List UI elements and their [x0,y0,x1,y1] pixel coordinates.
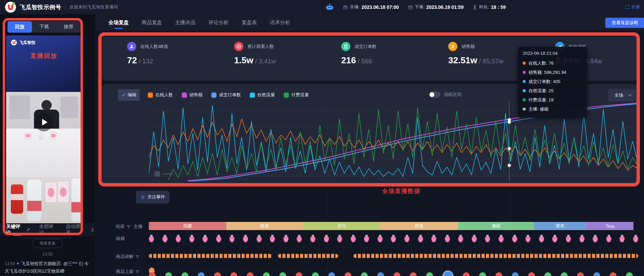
event-dot[interactable] [279,272,286,276]
shift-segment-修能[interactable]: 修能 [458,222,534,230]
lucky-bag-icon[interactable] [431,236,436,242]
tab-评论分析[interactable]: 评论分析 [208,14,229,31]
lucky-bag-icon[interactable] [243,236,248,242]
tab-复盘表[interactable]: 复盘表 [242,14,257,31]
lucky-bag-icon[interactable] [351,236,356,242]
lucky-bag-icon[interactable] [149,236,154,242]
lucky-bag-icon[interactable] [593,236,598,242]
lucky-bag-icon[interactable] [283,236,289,242]
event-dot[interactable] [394,272,400,276]
comment-item[interactable]: 13:58飞瓜智投官方旗舰店: @三*** 们 今天飞瓜倍护2/3区间12宝物装… [5,260,92,275]
event-marker-row[interactable] [149,272,644,276]
player-tab-0[interactable]: 回放 [7,21,32,33]
toggle-track[interactable] [429,92,440,98]
event-dot[interactable] [230,272,237,276]
event-dot[interactable] [165,272,172,276]
lucky-bag-icon[interactable] [203,236,208,242]
lucky-bag-icon[interactable] [566,236,571,242]
explain-segment[interactable] [149,254,272,258]
tab-主播讲品[interactable]: 主播讲品 [175,14,195,31]
event-dot[interactable] [561,272,568,276]
event-dot[interactable] [361,272,368,276]
range-select-toggle[interactable]: 选框区间 [429,92,462,98]
explain-segment[interactable] [278,254,338,258]
lucky-bag-icon[interactable] [378,236,383,242]
lucky-bag-icon[interactable] [391,236,396,242]
event-dot[interactable] [463,272,470,276]
view-more-button[interactable]: 查看更多 [32,239,63,248]
filter-icon[interactable] [135,270,140,274]
video-player[interactable]: 飞瓜智投 直播回放 [6,35,82,223]
lucky-bag-icon[interactable] [445,236,450,242]
shift-segment-灵均[interactable]: 灵均 [303,222,381,230]
lucky-bag-icon[interactable] [458,236,463,242]
robot-icon[interactable] [325,3,334,12]
tab-全场复盘[interactable]: 全场复盘 [108,14,129,31]
range-dropdown[interactable]: 全场 [608,89,636,101]
event-dot[interactable] [149,272,156,276]
lucky-bag-icon[interactable] [620,236,625,242]
event-dot[interactable] [479,272,486,276]
lucky-bag-icon[interactable] [257,236,262,242]
event-dot[interactable] [345,272,351,276]
filter-icon[interactable] [126,225,131,229]
product-explain-timeline[interactable] [149,254,638,258]
event-dot[interactable] [198,272,205,276]
lucky-bag-icon[interactable] [176,236,181,242]
event-dot[interactable] [577,272,584,276]
lucky-bag-icon[interactable] [418,236,423,242]
player-tab-2[interactable]: 推荐 [56,21,81,33]
event-dot[interactable] [247,272,254,276]
lucky-bag-icon[interactable] [229,236,234,242]
play-button[interactable] [35,113,53,131]
edit-metrics-button[interactable]: 编辑 [118,89,140,101]
event-dot[interactable] [426,272,433,276]
event-dot[interactable] [626,272,633,276]
explain-segment[interactable] [353,254,638,258]
event-dot[interactable] [181,272,188,276]
lucky-bag-icon[interactable] [270,236,275,242]
event-dot[interactable] [410,272,417,276]
event-dot[interactable] [495,272,502,276]
event-dot[interactable] [377,272,384,276]
event-dot[interactable] [328,272,335,276]
event-dot[interactable] [610,272,616,276]
legend-item-付费流量[interactable]: 付费流量 [284,92,309,98]
lucky-bag-icon[interactable] [189,236,194,242]
filter-icon[interactable] [135,255,140,259]
lucky-bag-icon[interactable] [606,236,611,242]
legend-item-自然流量[interactable]: 自然流量 [250,92,275,98]
follow-events-button[interactable]: 关注事件 [136,191,169,204]
event-dot[interactable] [528,272,535,276]
lucky-bag-icon[interactable] [539,236,544,242]
lucky-bag-icon[interactable] [364,236,369,242]
lucky-bag-icon[interactable] [633,236,638,242]
comment-tab-1[interactable]: 全部评论 [39,224,57,236]
shift-segment-路曼[interactable]: 路曼 [380,222,458,230]
event-dot[interactable] [593,272,600,276]
event-dot[interactable] [214,272,221,276]
download-icon[interactable] [90,227,95,232]
legend-item-销售额[interactable]: 销售额 [182,92,203,98]
comment-tab-2[interactable]: 自动弹幕 [66,224,84,236]
lucky-bag-icon[interactable] [512,236,517,242]
lucky-bag-icon[interactable] [297,236,302,242]
tab-商品复盘[interactable]: 商品复盘 [142,14,162,31]
lucky-bag-icon[interactable] [337,236,342,242]
lucky-bag-icon[interactable] [216,236,221,242]
shift-segment-伯庸[interactable]: 伯庸 [149,222,226,230]
shift-segment-路曼[interactable]: 路曼 [226,222,303,230]
lucky-bag-icon[interactable] [525,236,530,242]
lucky-bag-icon[interactable] [485,236,490,242]
lucky-bag-icon[interactable] [404,236,410,242]
anchor-shift-bar[interactable]: 伯庸路曼灵均路曼修能若木Tina [149,222,638,230]
lucky-bag-icon[interactable] [579,236,585,242]
legend-item-成交订单数[interactable]: 成交订单数 [211,92,241,98]
player-tab-1[interactable]: 下载 [32,21,56,33]
event-dot[interactable] [442,271,453,276]
comment-tab-0[interactable]: 关键评论 [6,224,31,236]
event-dot[interactable] [544,272,551,276]
diagnose-button[interactable]: 查看复盘诊断 [605,18,644,28]
shift-segment-若木[interactable]: 若木 [534,222,586,230]
lucky-bag-icon[interactable] [162,236,168,242]
